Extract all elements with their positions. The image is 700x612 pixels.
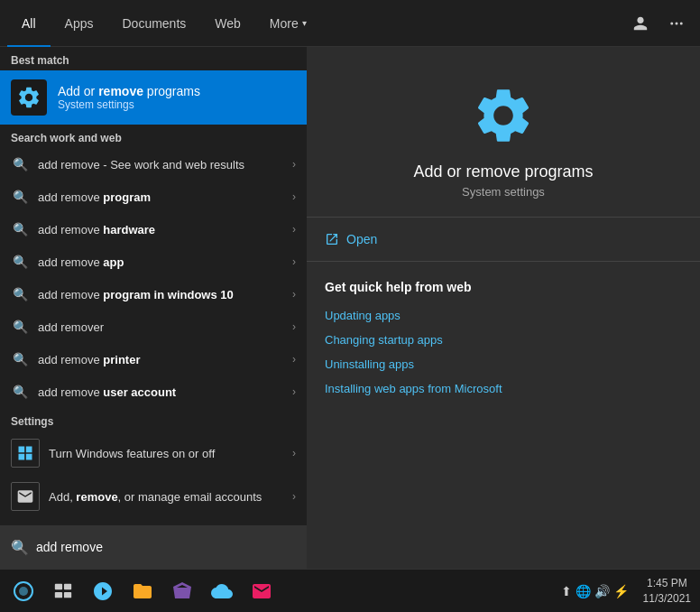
sys-tray: ⬆ 🌐 🔊 ⚡ bbox=[554, 584, 636, 598]
help-link-3[interactable]: Uninstalling apps bbox=[325, 357, 682, 371]
svg-point-0 bbox=[670, 22, 673, 24]
feature-icon bbox=[16, 444, 34, 462]
search-result-4[interactable]: 🔍 add remove app › bbox=[0, 246, 307, 278]
explorer-icon-btn[interactable] bbox=[123, 571, 162, 611]
tab-apps[interactable]: Apps bbox=[51, 0, 108, 47]
tray-icon-2[interactable]: 🌐 bbox=[576, 584, 591, 598]
settings-result-1[interactable]: Turn Windows features on or off › bbox=[0, 431, 307, 475]
settings-result-3[interactable]: Add, remove, or manage app accounts › bbox=[0, 518, 307, 525]
open-btn-row: Open bbox=[307, 218, 700, 262]
big-gear-icon bbox=[471, 83, 536, 148]
best-match-item[interactable]: Add or remove programs System settings bbox=[0, 70, 307, 125]
search-icon-1: 🔍 bbox=[11, 155, 29, 173]
search-icon-3: 🔍 bbox=[11, 220, 29, 238]
help-link-4[interactable]: Installing web apps from Microsoft bbox=[325, 382, 682, 395]
tab-documents[interactable]: Documents bbox=[107, 0, 200, 47]
tab-web[interactable]: Web bbox=[200, 0, 255, 47]
edge-icon-btn[interactable] bbox=[83, 571, 123, 611]
settings-text-2: Add, remove, or manage email accounts bbox=[49, 490, 283, 504]
svg-rect-5 bbox=[55, 583, 62, 589]
search-icon-6: 🔍 bbox=[11, 318, 29, 336]
app-detail-sub: System settings bbox=[462, 185, 545, 199]
tray-icon-3[interactable]: 🔊 bbox=[594, 584, 610, 598]
taskbar-right: ⬆ 🌐 🔊 ⚡ 1:45 PM 11/3/2021 bbox=[554, 576, 696, 607]
arrow-icon-4: › bbox=[292, 255, 296, 268]
windows-features-icon bbox=[11, 439, 40, 468]
settings-text-1: Turn Windows features on or off bbox=[49, 447, 283, 460]
search-work-web-header: Search work and web bbox=[0, 125, 307, 148]
nav-icons bbox=[624, 7, 693, 40]
search-bar-icon: 🔍 bbox=[11, 539, 29, 556]
quick-help-title: Get quick help from web bbox=[325, 280, 682, 294]
search-input[interactable] bbox=[36, 540, 296, 554]
mail-icon-btn[interactable] bbox=[242, 571, 281, 611]
settings-header: Settings bbox=[0, 408, 307, 431]
svg-rect-6 bbox=[64, 583, 71, 589]
search-icon-2: 🔍 bbox=[11, 188, 29, 206]
open-button[interactable]: Open bbox=[325, 232, 377, 246]
best-match-sub: System settings bbox=[58, 98, 296, 111]
result-text-6: add remover bbox=[38, 320, 283, 334]
search-section: Search work and web 🔍 add remove - See w… bbox=[0, 125, 307, 525]
app-big-icon bbox=[471, 83, 536, 148]
search-result-3[interactable]: 🔍 add remove hardware › bbox=[0, 213, 307, 246]
search-result-1[interactable]: 🔍 add remove - See work and web results … bbox=[0, 148, 307, 181]
tab-all[interactable]: All bbox=[7, 0, 51, 47]
person-icon-btn[interactable] bbox=[624, 7, 657, 40]
left-panel: Best match Add or remove programs System… bbox=[0, 47, 307, 569]
explorer-icon bbox=[132, 580, 153, 602]
open-icon bbox=[325, 232, 339, 246]
settings-title-1: Turn Windows features on or off bbox=[49, 447, 283, 460]
open-label: Open bbox=[346, 232, 377, 246]
task-view-btn[interactable] bbox=[43, 571, 83, 611]
search-result-7[interactable]: 🔍 add remove printer › bbox=[0, 343, 307, 376]
ellipsis-icon bbox=[668, 15, 685, 32]
task-view-icon bbox=[53, 581, 73, 601]
svg-point-4 bbox=[19, 587, 28, 596]
arrow-icon-8: › bbox=[292, 385, 296, 398]
search-result-2[interactable]: 🔍 add remove program › bbox=[0, 181, 307, 213]
best-match-text: Add or remove programs System settings bbox=[58, 84, 296, 111]
best-match-title: Add or remove programs bbox=[58, 84, 296, 98]
app-detail-name: Add or remove programs bbox=[413, 162, 593, 181]
cortana-icon-btn[interactable] bbox=[4, 571, 43, 611]
search-result-8[interactable]: 🔍 add remove user account › bbox=[0, 376, 307, 408]
arrow-icon-6: › bbox=[292, 320, 296, 333]
gear-icon bbox=[16, 85, 41, 110]
email-accounts-icon bbox=[11, 482, 40, 511]
result-text-1: add remove - See work and web results bbox=[38, 158, 283, 172]
taskbar: ⬆ 🌐 🔊 ⚡ 1:45 PM 11/3/2021 bbox=[0, 569, 700, 612]
arrow-icon-1: › bbox=[292, 158, 296, 171]
arrow-icon-5: › bbox=[292, 288, 296, 301]
tray-icon-1[interactable]: ⬆ bbox=[561, 584, 572, 598]
help-link-1[interactable]: Updating apps bbox=[325, 309, 682, 322]
tray-icon-4[interactable]: ⚡ bbox=[613, 584, 629, 598]
help-link-2[interactable]: Changing startup apps bbox=[325, 333, 682, 347]
svg-point-2 bbox=[680, 22, 683, 24]
chevron-down-icon: ▾ bbox=[302, 18, 307, 28]
envelope-icon bbox=[16, 487, 34, 505]
best-match-icon bbox=[11, 79, 47, 116]
onedrive-icon-btn[interactable] bbox=[202, 571, 242, 611]
edge-icon bbox=[92, 580, 114, 602]
search-result-6[interactable]: 🔍 add remover › bbox=[0, 311, 307, 343]
clock-date: 11/3/2021 bbox=[643, 591, 691, 607]
settings-result-2[interactable]: Add, remove, or manage email accounts › bbox=[0, 475, 307, 518]
store-icon bbox=[171, 580, 193, 602]
search-bar: 🔍 bbox=[0, 525, 307, 569]
app-detail-top: Add or remove programs System settings bbox=[307, 47, 700, 218]
search-icon-4: 🔍 bbox=[11, 253, 29, 271]
settings-arrow-2: › bbox=[292, 490, 296, 503]
ellipsis-icon-btn[interactable] bbox=[660, 7, 693, 40]
nav-tabs: All Apps Documents Web More ▾ bbox=[0, 0, 700, 47]
search-icon-8: 🔍 bbox=[11, 383, 29, 401]
clock[interactable]: 1:45 PM 11/3/2021 bbox=[638, 576, 696, 607]
result-text-2: add remove program bbox=[38, 190, 283, 204]
store-icon-btn[interactable] bbox=[162, 571, 202, 611]
result-text-8: add remove user account bbox=[38, 385, 283, 399]
best-match-header: Best match bbox=[0, 47, 307, 70]
tab-more[interactable]: More ▾ bbox=[255, 0, 321, 47]
search-result-5[interactable]: 🔍 add remove program in windows 10 › bbox=[0, 278, 307, 311]
svg-rect-8 bbox=[64, 591, 71, 597]
svg-rect-7 bbox=[55, 591, 62, 597]
